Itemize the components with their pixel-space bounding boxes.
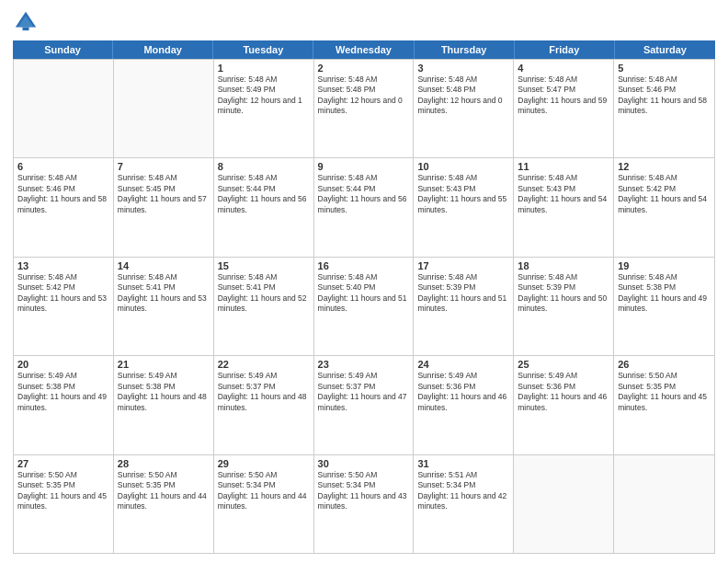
day-number: 23 [318,359,410,370]
cell-info: Sunrise: 5:48 AM Sunset: 5:44 PM Dayligh… [318,173,410,215]
calendar-cell: 20Sunrise: 5:49 AM Sunset: 5:38 PM Dayli… [14,356,114,454]
cell-info: Sunrise: 5:48 AM Sunset: 5:42 PM Dayligh… [17,272,109,315]
cell-info: Sunrise: 5:50 AM Sunset: 5:34 PM Dayligh… [218,470,310,512]
calendar-cell: 18Sunrise: 5:48 AM Sunset: 5:39 PM Dayli… [514,258,614,355]
calendar-cell [14,60,114,157]
cell-info: Sunrise: 5:50 AM Sunset: 5:35 PM Dayligh… [118,470,210,512]
calendar-cell: 1Sunrise: 5:48 AM Sunset: 5:49 PM Daylig… [214,60,314,157]
cell-info: Sunrise: 5:49 AM Sunset: 5:38 PM Dayligh… [17,371,109,413]
cell-info: Sunrise: 5:48 AM Sunset: 5:40 PM Dayligh… [318,272,410,315]
calendar-cell: 14Sunrise: 5:48 AM Sunset: 5:41 PM Dayli… [114,258,214,355]
day-number: 3 [417,63,509,74]
calendar-cell: 5Sunrise: 5:48 AM Sunset: 5:46 PM Daylig… [614,60,714,157]
calendar-body: 1Sunrise: 5:48 AM Sunset: 5:49 PM Daylig… [13,59,715,554]
calendar-cell: 7Sunrise: 5:48 AM Sunset: 5:45 PM Daylig… [114,158,214,256]
calendar-cell: 25Sunrise: 5:49 AM Sunset: 5:36 PM Dayli… [514,356,614,454]
calendar-row-3: 20Sunrise: 5:49 AM Sunset: 5:38 PM Dayli… [14,355,714,454]
cell-info: Sunrise: 5:48 AM Sunset: 5:46 PM Dayligh… [618,75,711,117]
day-number: 21 [118,359,210,370]
calendar-cell: 9Sunrise: 5:48 AM Sunset: 5:44 PM Daylig… [314,158,415,256]
calendar-row-4: 27Sunrise: 5:50 AM Sunset: 5:35 PM Dayli… [14,454,714,553]
header [13,9,715,35]
calendar-cell: 17Sunrise: 5:48 AM Sunset: 5:39 PM Dayli… [414,258,514,355]
weekday-header-monday: Monday [113,40,213,59]
logo-icon [13,9,39,35]
weekday-header-tuesday: Tuesday [213,40,313,59]
calendar-cell: 29Sunrise: 5:50 AM Sunset: 5:34 PM Dayli… [214,455,314,553]
cell-info: Sunrise: 5:48 AM Sunset: 5:49 PM Dayligh… [218,75,310,117]
calendar-cell: 23Sunrise: 5:49 AM Sunset: 5:37 PM Dayli… [314,356,415,454]
cell-info: Sunrise: 5:48 AM Sunset: 5:39 PM Dayligh… [518,272,609,315]
day-number: 2 [318,63,410,74]
calendar-cell: 15Sunrise: 5:48 AM Sunset: 5:41 PM Dayli… [214,258,314,355]
day-number: 6 [17,161,109,172]
day-number: 28 [118,458,210,469]
cell-info: Sunrise: 5:48 AM Sunset: 5:43 PM Dayligh… [417,173,509,215]
day-number: 5 [618,63,711,74]
calendar-cell: 8Sunrise: 5:48 AM Sunset: 5:44 PM Daylig… [214,158,314,256]
cell-info: Sunrise: 5:50 AM Sunset: 5:35 PM Dayligh… [618,371,711,413]
calendar-cell: 10Sunrise: 5:48 AM Sunset: 5:43 PM Dayli… [414,158,514,256]
calendar-cell: 24Sunrise: 5:49 AM Sunset: 5:36 PM Dayli… [414,356,514,454]
calendar-row-0: 1Sunrise: 5:48 AM Sunset: 5:49 PM Daylig… [14,59,714,157]
calendar-cell: 6Sunrise: 5:48 AM Sunset: 5:46 PM Daylig… [14,158,114,256]
cell-info: Sunrise: 5:48 AM Sunset: 5:43 PM Dayligh… [518,173,609,215]
day-number: 18 [518,260,609,271]
day-number: 16 [318,260,410,271]
logo [13,9,42,35]
cell-info: Sunrise: 5:48 AM Sunset: 5:45 PM Dayligh… [118,173,210,215]
page: SundayMondayTuesdayWednesdayThursdayFrid… [0,0,728,563]
day-number: 31 [417,458,509,469]
cell-info: Sunrise: 5:49 AM Sunset: 5:37 PM Dayligh… [218,371,310,413]
day-number: 17 [417,260,509,271]
day-number: 14 [118,260,210,271]
calendar-cell: 21Sunrise: 5:49 AM Sunset: 5:38 PM Dayli… [114,356,214,454]
calendar-cell: 2Sunrise: 5:48 AM Sunset: 5:48 PM Daylig… [314,60,415,157]
cell-info: Sunrise: 5:48 AM Sunset: 5:44 PM Dayligh… [218,173,310,215]
day-number: 19 [618,260,711,271]
weekday-header-wednesday: Wednesday [313,40,414,59]
day-number: 4 [518,63,609,74]
cell-info: Sunrise: 5:48 AM Sunset: 5:46 PM Dayligh… [17,173,109,215]
cell-info: Sunrise: 5:48 AM Sunset: 5:48 PM Dayligh… [417,75,509,117]
cell-info: Sunrise: 5:50 AM Sunset: 5:35 PM Dayligh… [17,470,109,512]
cell-info: Sunrise: 5:48 AM Sunset: 5:42 PM Dayligh… [618,173,711,215]
day-number: 29 [218,458,310,469]
cell-info: Sunrise: 5:48 AM Sunset: 5:47 PM Dayligh… [518,75,609,117]
calendar-cell: 22Sunrise: 5:49 AM Sunset: 5:37 PM Dayli… [214,356,314,454]
weekday-header-saturday: Saturday [615,40,715,59]
day-number: 10 [417,161,509,172]
cell-info: Sunrise: 5:48 AM Sunset: 5:39 PM Dayligh… [417,272,509,315]
calendar-row-2: 13Sunrise: 5:48 AM Sunset: 5:42 PM Dayli… [14,257,714,355]
calendar-cell: 12Sunrise: 5:48 AM Sunset: 5:42 PM Dayli… [614,158,714,256]
day-number: 27 [17,458,109,469]
day-number: 20 [17,359,109,370]
cell-info: Sunrise: 5:48 AM Sunset: 5:48 PM Dayligh… [318,75,410,117]
calendar-cell [114,60,214,157]
cell-info: Sunrise: 5:48 AM Sunset: 5:41 PM Dayligh… [118,272,210,315]
day-number: 8 [218,161,310,172]
calendar-cell [514,455,614,553]
day-number: 25 [518,359,609,370]
weekday-header-thursday: Thursday [415,40,515,59]
day-number: 15 [218,260,310,271]
cell-info: Sunrise: 5:49 AM Sunset: 5:37 PM Dayligh… [318,371,410,413]
calendar-cell: 3Sunrise: 5:48 AM Sunset: 5:48 PM Daylig… [414,60,514,157]
calendar-header: SundayMondayTuesdayWednesdayThursdayFrid… [13,40,715,59]
calendar-cell: 19Sunrise: 5:48 AM Sunset: 5:38 PM Dayli… [614,258,714,355]
day-number: 7 [118,161,210,172]
calendar-cell: 16Sunrise: 5:48 AM Sunset: 5:40 PM Dayli… [314,258,415,355]
cell-info: Sunrise: 5:49 AM Sunset: 5:36 PM Dayligh… [417,371,509,413]
calendar-cell [614,455,714,553]
calendar-cell: 27Sunrise: 5:50 AM Sunset: 5:35 PM Dayli… [14,455,114,553]
calendar-cell: 4Sunrise: 5:48 AM Sunset: 5:47 PM Daylig… [514,60,614,157]
svg-rect-2 [23,28,29,30]
day-number: 26 [618,359,711,370]
day-number: 12 [618,161,711,172]
day-number: 13 [17,260,109,271]
day-number: 9 [318,161,410,172]
calendar-cell: 30Sunrise: 5:50 AM Sunset: 5:34 PM Dayli… [314,455,415,553]
cell-info: Sunrise: 5:49 AM Sunset: 5:38 PM Dayligh… [118,371,210,413]
cell-info: Sunrise: 5:49 AM Sunset: 5:36 PM Dayligh… [518,371,609,413]
day-number: 1 [218,63,310,74]
